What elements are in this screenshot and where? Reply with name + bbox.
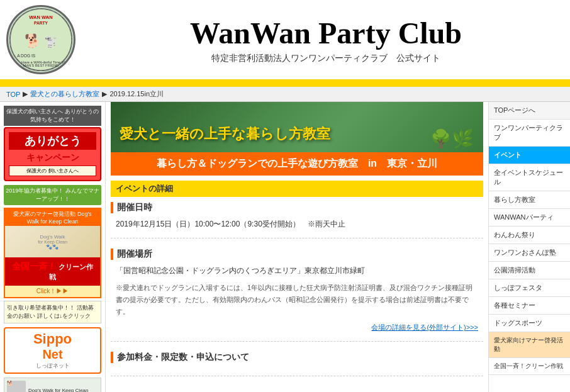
arigato-title: ありがとう	[9, 132, 96, 150]
breadcrumb-current: 2019.12.15in立川	[109, 89, 164, 99]
section-date: 開催日時 2019年12月15日（日）10:00〜12:00（9:30受付開始）…	[111, 202, 483, 238]
foster-banner: 保護犬の飼い主さんへ ありがとうの気持ちをこめて！	[4, 106, 101, 126]
nav-dog-sports[interactable]: ドッグスポーツ	[489, 315, 570, 332]
left-sidebar: 保護犬の飼い主さんへ ありがとうの気持ちをこめて！ ありがとう キャンペーン 保…	[0, 102, 106, 392]
svg-text:PARTY: PARTY	[34, 21, 48, 25]
manner-button[interactable]: 全国一斉！ クリーン作戦	[5, 257, 100, 286]
sippo-sub: しっぽネット	[8, 362, 98, 370]
manner-box[interactable]: 愛犬家のマナー啓発活動 Dog's Walk for Keep Clean Do…	[4, 208, 101, 298]
event-sub-banner: 暮らし方＆ドッグランでの上手な遊び方教室 in 東京・立川	[111, 152, 483, 176]
breadcrumb: TOP ▶ 愛犬との暮らし方教室 ▶ 2019.12.15in立川	[0, 87, 570, 102]
click-link[interactable]: Click！▶▶	[5, 286, 100, 297]
nav-walk-school[interactable]: ワンワンおさんぽ塾	[489, 244, 570, 262]
svg-text:🐕: 🐕	[25, 33, 41, 49]
campaign-label: キャンペーン	[9, 152, 96, 164]
sippo-box[interactable]: Sippo Net しっぽネット	[4, 327, 101, 374]
nav-top[interactable]: TOPページへ	[489, 102, 570, 120]
site-subtitle: 特定非営利活動法人ワンワンパーティクラブ 公式サイト	[88, 53, 564, 64]
main-layout: 保護犬の飼い主さんへ ありがとうの気持ちをこめて！ ありがとう キャンペーン 保…	[0, 102, 570, 392]
breadcrumb-classroom[interactable]: 愛犬との暮らし方教室	[30, 89, 99, 99]
manner-header: 愛犬家のマナー啓発活動 Dog's Walk for Keep Clean	[5, 209, 100, 226]
site-header: WAN WAN PARTY 🐕 🐩 A DOG IS MAN'S BEST FR…	[0, 0, 570, 82]
nav-seminar[interactable]: 各種セミナー	[489, 297, 570, 315]
nav-wanwan-party[interactable]: WANWANパーティ	[489, 209, 570, 227]
nav-classroom[interactable]: 暮らし方教室	[489, 191, 570, 209]
nav-festival[interactable]: わんわん祭り	[489, 227, 570, 244]
section-title-date: 開催日時	[111, 202, 483, 213]
svg-text:🐩: 🐩	[44, 35, 58, 48]
section-fee: 参加料金・限定数・申込について	[111, 352, 483, 376]
event-banner-title: 愛犬と一緒の上手な暮らし方教室	[113, 118, 481, 150]
site-title-area: WanWan Party Club 特定非営利活動法人ワンワンパーティクラブ 公…	[88, 16, 564, 64]
section-body-date: 2019年12月15日（日）10:00〜12:00（9:30受付開始） ※雨天中…	[111, 218, 483, 230]
campaign-sub: 保護犬の 飼い主さんへ	[9, 165, 96, 176]
right-nav: TOPページへ ワンワンパーティクラブ イベント 全イベントスケジュール 暮らし…	[489, 102, 570, 375]
event-banner-image: 🌳🌿 愛犬と一緒の上手な暮らし方教室	[111, 102, 483, 152]
nav-club[interactable]: ワンワンパーティクラブ	[489, 120, 570, 147]
site-logo: WAN WAN PARTY 🐕 🐩 A DOG IS MAN'S BEST FR…	[6, 5, 75, 74]
logo-area: WAN WAN PARTY 🐕 🐩 A DOG IS MAN'S BEST FR…	[6, 5, 75, 74]
venue-note: ※愛犬連れでドッグランに入場するには、1年以内に接種した狂犬病予防注射済証明書、…	[116, 282, 478, 317]
hikitori-box[interactable]: 引き取り希望者募集中！！ 活動募金のお願い 詳しくは↓をクリック	[4, 301, 101, 323]
venue-external-link[interactable]: 会場の詳細を見る(外部サイト)>>>	[116, 322, 478, 333]
walk-label: Dog's Walk for Keep Clean	[28, 388, 89, 393]
nav-shippo-festa[interactable]: しっぽフェスタ	[489, 279, 570, 297]
arigato-campaign-box[interactable]: ありがとう キャンペーン 保護犬の 飼い主さんへ	[4, 127, 101, 181]
kyonen-box: 2019年協力者募集中！ みんなでマナーアップ！！	[4, 185, 101, 205]
yellow-divider	[0, 82, 570, 87]
section-body-venue: 「国営昭和記念公園・ドッグラン内のくつろぎエリア」東京都立川市緑町 ※愛犬連れで…	[111, 265, 483, 333]
svg-text:Have a WAN-derful Time With Us: Have a WAN-derful Time With Us!	[21, 60, 74, 64]
nav-schedule[interactable]: 全イベントスケジュール	[489, 164, 570, 191]
section-title-fee: 参加料金・限定数・申込について	[111, 352, 483, 363]
svg-text:A DOG IS: A DOG IS	[17, 53, 36, 58]
svg-text:WAN WAN: WAN WAN	[29, 14, 52, 20]
site-title: WanWan Party Club	[88, 16, 564, 50]
right-sidebar: TOPページへ ワンワンパーティクラブ イベント 全イベントスケジュール 暮らし…	[488, 102, 570, 392]
walk-box: 🐕 Dog's Walk for Keep Clean	[4, 378, 101, 392]
nav-event[interactable]: イベント	[489, 147, 570, 164]
nav-manner[interactable]: 愛犬家向けマナー啓発活動	[489, 332, 570, 358]
event-detail-header: イベントの詳細	[111, 181, 483, 197]
nav-clean-campaign[interactable]: 全国一斉！クリーン作戦	[489, 358, 570, 375]
center-content: 🌳🌿 愛犬と一緒の上手な暮らし方教室 暮らし方＆ドッグランでの上手な遊び方教室 …	[106, 102, 488, 392]
nav-park-clean[interactable]: 公園清掃活動	[489, 262, 570, 279]
section-venue: 開催場所 「国営昭和記念公園・ドッグラン内のくつろぎエリア」東京都立川市緑町 ※…	[111, 249, 483, 342]
manner-image: Dog's Walk for Keep Clean 🐾🐾	[5, 226, 100, 257]
section-title-venue: 開催場所	[111, 249, 483, 260]
walk-icon: 🐕	[7, 381, 26, 392]
sippo-title: Sippo Net	[33, 331, 72, 362]
breadcrumb-top[interactable]: TOP	[6, 91, 20, 98]
